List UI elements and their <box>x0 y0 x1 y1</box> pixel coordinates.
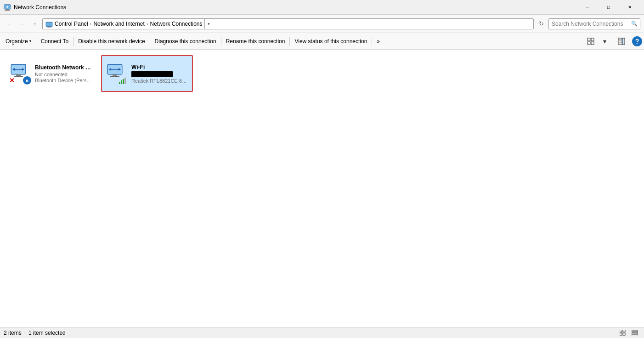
wifi-name-label: Wi-Fi <box>131 64 188 70</box>
rename-button[interactable]: Rename this connection <box>222 34 289 49</box>
view-dropdown-button[interactable]: ▾ <box>598 35 611 48</box>
svg-rect-42 <box>632 332 638 334</box>
view-details-button[interactable] <box>584 35 597 48</box>
bluetooth-info: Bluetooth Network Connection Not connect… <box>35 64 94 83</box>
svg-rect-8 <box>48 27 51 28</box>
toolbar-right: ▾ ? <box>584 35 642 48</box>
restore-button[interactable]: □ <box>598 0 619 15</box>
svg-rect-14 <box>618 38 622 45</box>
wifi-ssid-redacted <box>131 71 173 77</box>
breadcrumb-sep-2: › <box>147 21 148 27</box>
bluetooth-status: Not connected <box>35 72 94 77</box>
refresh-button[interactable]: ↻ <box>536 18 547 29</box>
breadcrumb-network-connections[interactable]: Network Connections <box>150 21 202 27</box>
more-button[interactable]: » <box>373 34 384 49</box>
svg-rect-28 <box>113 74 117 76</box>
search-wrap: 🔍 <box>548 18 640 29</box>
minimize-button[interactable]: ─ <box>577 0 598 15</box>
svg-rect-21 <box>16 74 21 76</box>
svg-rect-3 <box>5 10 10 11</box>
selected-text: 1 item selected <box>28 330 66 336</box>
toolbar-separator-4 <box>221 37 221 46</box>
preview-pane-button[interactable] <box>615 35 628 48</box>
svg-rect-37 <box>620 330 622 332</box>
svg-rect-9 <box>47 27 51 28</box>
toolbar: Organize ▾ Connect To Disable this netwo… <box>0 33 644 50</box>
title-bar: Network Connections ─ □ ✕ <box>0 0 644 15</box>
toolbar-separator-1 <box>36 37 36 46</box>
close-button[interactable]: ✕ <box>619 0 640 15</box>
wifi-info: Wi-Fi Realtek RTL8821CE 802.11ac PCIe ..… <box>131 64 188 84</box>
window-controls: ─ □ ✕ <box>577 0 640 15</box>
svg-rect-29 <box>110 76 119 77</box>
view-dropdown-arrow: ▾ <box>603 38 606 45</box>
bluetooth-desc: Bluetooth Device (Personal Area ... <box>35 78 94 83</box>
window-title: Network Connections <box>14 4 577 11</box>
view-status-button[interactable]: View status of this connection <box>291 34 371 49</box>
breadcrumb-sep-1: › <box>90 21 92 27</box>
bluetooth-connection-item[interactable]: ʙ ✕ Bluetooth Network Connection Not con… <box>6 55 97 92</box>
wifi-bars-icon <box>119 77 128 84</box>
svg-rect-33 <box>119 82 120 84</box>
toolbar-separator-2 <box>73 37 73 46</box>
toolbar-separator-8 <box>630 37 630 46</box>
path-icon <box>45 20 53 28</box>
svg-rect-2 <box>6 9 9 10</box>
wifi-desc: Realtek RTL8821CE 802.11ac PCIe ... <box>131 78 188 84</box>
wifi-icon-group <box>106 62 128 84</box>
organize-label: Organize <box>6 38 28 45</box>
main-content: ʙ ✕ Bluetooth Network Connection Not con… <box>0 50 644 327</box>
up-button[interactable]: ↑ <box>29 18 40 29</box>
svg-rect-15 <box>622 38 625 45</box>
bluetooth-badge: ʙ <box>23 76 31 84</box>
toolbar-separator-7 <box>613 37 613 46</box>
svg-rect-38 <box>623 330 625 332</box>
status-bar: 2 items · 1 item selected <box>0 327 644 338</box>
svg-rect-39 <box>620 333 622 335</box>
bluetooth-icon-group: ʙ ✕ <box>9 62 31 84</box>
svg-rect-40 <box>623 333 625 335</box>
diagnose-button[interactable]: Diagnose this connection <box>151 34 220 49</box>
disable-button[interactable]: Disable this network device <box>74 34 148 49</box>
address-path: Control Panel › Network and Internet › N… <box>42 18 534 29</box>
svg-rect-13 <box>591 42 594 45</box>
toolbar-separator-6 <box>372 37 372 46</box>
svg-rect-7 <box>46 23 52 26</box>
error-badge: ✕ <box>9 77 17 84</box>
svg-rect-10 <box>588 38 590 41</box>
back-button[interactable]: ← <box>4 18 15 29</box>
status-bar-right <box>617 328 640 338</box>
toolbar-separator-5 <box>289 37 290 46</box>
toolbar-separator-3 <box>150 37 150 46</box>
breadcrumb-control-panel[interactable]: Control Panel <box>55 21 88 27</box>
organize-dropdown-icon: ▾ <box>29 39 31 43</box>
svg-rect-12 <box>588 42 590 45</box>
svg-rect-43 <box>632 335 638 336</box>
status-view-list-button[interactable] <box>629 328 640 338</box>
forward-button[interactable]: → <box>17 18 28 29</box>
svg-rect-11 <box>591 38 594 41</box>
svg-rect-34 <box>121 80 122 84</box>
items-count: 2 items <box>4 330 22 336</box>
status-view-details-button[interactable] <box>617 328 628 338</box>
bluetooth-name: Bluetooth Network Connection <box>35 64 94 71</box>
items-sep: · <box>24 330 26 336</box>
address-dropdown-button[interactable]: ▾ <box>204 18 213 29</box>
svg-rect-35 <box>123 79 124 84</box>
help-button[interactable]: ? <box>632 36 642 46</box>
search-input[interactable] <box>548 18 640 29</box>
svg-rect-41 <box>632 330 638 332</box>
network-items-area: ʙ ✕ Bluetooth Network Connection Not con… <box>0 50 644 327</box>
breadcrumb-network-internet[interactable]: Network and Internet <box>93 21 144 27</box>
svg-rect-36 <box>124 78 126 84</box>
wifi-connection-item[interactable]: Wi-Fi Realtek RTL8821CE 802.11ac PCIe ..… <box>101 55 193 92</box>
organize-button[interactable]: Organize ▾ <box>2 34 35 49</box>
app-icon <box>4 4 11 11</box>
address-bar: ← → ↑ Control Panel › Network and Intern… <box>0 15 644 33</box>
connect-to-button[interactable]: Connect To <box>37 34 73 49</box>
